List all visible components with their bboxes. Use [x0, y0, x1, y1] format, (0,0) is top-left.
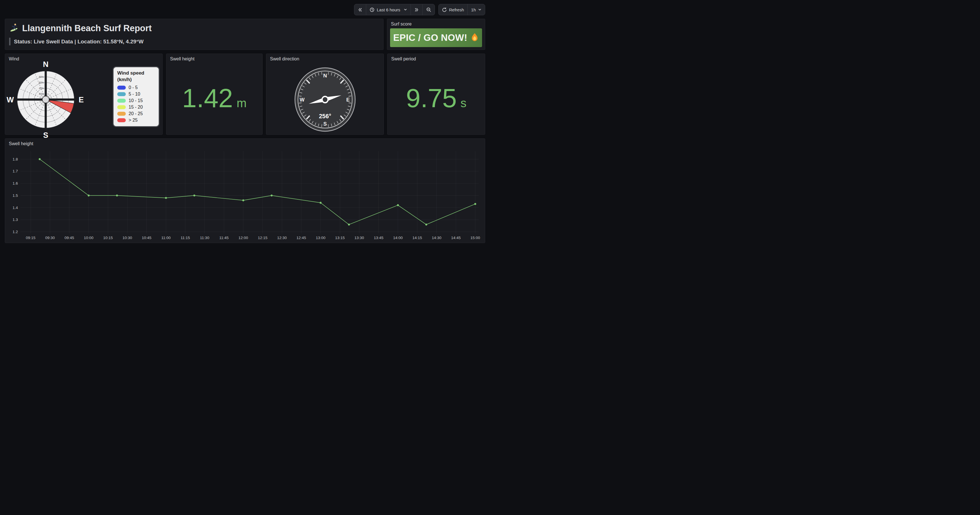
legend-swatch	[117, 105, 126, 109]
surf-score-value: EPIC / GO NOW!	[393, 32, 467, 43]
data-point	[425, 223, 427, 225]
data-point	[397, 204, 399, 206]
x-axis-tick: 10:00	[84, 236, 94, 240]
dashboard-toolbar: Last 6 hours Refresh	[5, 4, 485, 15]
x-axis-tick: 13:15	[335, 236, 345, 240]
double-chevron-left-icon	[358, 7, 363, 12]
legend-item-2[interactable]: 10 - 15	[117, 98, 155, 103]
refresh-label: Refresh	[449, 7, 464, 12]
legend-label: 20 - 25	[129, 111, 143, 116]
surfer-emoji-icon	[9, 22, 19, 34]
swell-period-value: 9.75	[406, 85, 457, 111]
legend-item-0[interactable]: 0 - 5	[117, 85, 155, 90]
x-axis-tick: 10:15	[103, 236, 113, 240]
swell-height-line	[40, 159, 475, 225]
time-picker-group: Last 6 hours	[354, 4, 435, 15]
swell-direction-value: 256°	[319, 113, 331, 120]
row-chart: Swell height 1.21.31.41.51.61.71.809:150…	[5, 138, 485, 243]
y-axis-tick: 1.2	[13, 230, 18, 234]
x-axis-tick: 11:00	[161, 236, 170, 240]
swell-period-stat: 9.75 s	[388, 62, 485, 135]
x-axis-tick: 09:15	[26, 236, 35, 240]
surf-score-panel: Surf score EPIC / GO NOW!	[387, 19, 485, 50]
legend-item-4[interactable]: 20 - 25	[117, 111, 155, 116]
wind-legend-title: Wind speed (km/h)	[117, 70, 155, 83]
y-axis-tick: 1.4	[13, 206, 18, 210]
data-point	[242, 200, 245, 201]
time-range-picker-button[interactable]: Last 6 hours	[366, 4, 410, 15]
swell-height-chart-panel: Swell height 1.21.31.41.51.61.71.809:150…	[5, 138, 485, 243]
refresh-button[interactable]: Refresh	[439, 4, 468, 15]
surf-score-banner: EPIC / GO NOW!	[390, 29, 482, 47]
y-axis-tick: 1.3	[13, 217, 18, 222]
data-point	[348, 223, 350, 225]
legend-swatch	[117, 112, 126, 116]
status-text: Status: Live Swell Data | Location: 51.5…	[14, 38, 144, 45]
y-axis-tick: 1.5	[13, 193, 18, 198]
panel-title-swell-height[interactable]: Swell height	[166, 54, 262, 62]
data-point	[116, 195, 118, 196]
zoom-out-icon	[426, 7, 431, 12]
data-point	[270, 195, 272, 196]
chevron-down-icon	[404, 8, 407, 11]
legend-label: > 25	[129, 118, 138, 123]
x-axis-tick: 11:45	[219, 236, 229, 240]
refresh-group: Refresh 1h	[438, 4, 485, 15]
rose-label-north: N	[43, 60, 49, 69]
time-zoom-out-button[interactable]	[422, 4, 434, 15]
compass-label-south: S	[323, 120, 327, 127]
legend-label: 15 - 20	[129, 105, 143, 110]
status-line: Status: Live Swell Data | Location: 51.5…	[9, 38, 383, 45]
refresh-icon	[442, 7, 447, 12]
chevron-down-icon	[478, 8, 482, 11]
x-axis-tick: 10:45	[142, 236, 151, 240]
rose-ring-label: 80%	[39, 75, 44, 78]
x-axis-tick: 11:15	[181, 236, 190, 240]
swell-period-unit: s	[460, 97, 466, 110]
x-axis-tick: 09:45	[64, 236, 74, 240]
wind-panel: Wind 20% 40% 60% 80% N E S W Wind speed …	[5, 54, 163, 135]
time-shift-back-button[interactable]	[354, 4, 366, 15]
time-shift-forward-button[interactable]	[410, 4, 422, 15]
x-axis-tick: 14:15	[412, 236, 422, 240]
double-chevron-right-icon	[414, 7, 419, 12]
data-point	[193, 195, 195, 196]
legend-label: 5 - 10	[129, 92, 140, 97]
panel-title-swell-direction[interactable]: Swell direction	[266, 54, 383, 62]
swell-direction-compass: N E S W 256°	[293, 66, 357, 133]
panel-title-swell-period[interactable]: Swell period	[388, 54, 485, 62]
x-axis-tick: 12:30	[277, 236, 287, 240]
clock-icon	[370, 7, 374, 12]
legend-swatch	[117, 86, 126, 90]
report-header-panel: Llangennith Beach Surf Report Status: Li…	[5, 19, 383, 50]
x-axis-tick: 13:30	[355, 236, 364, 240]
compass-label-east: E	[346, 97, 350, 103]
panel-title-surf-score[interactable]: Surf score	[387, 19, 485, 27]
swell-height-time-series[interactable]: 1.21.31.41.51.61.71.809:1509:3009:4510:0…	[7, 147, 483, 242]
x-axis-tick: 10:30	[123, 236, 132, 240]
x-axis-tick: 11:30	[200, 236, 209, 240]
wind-legend: Wind speed (km/h) 0 - 55 - 1010 - 1515 -…	[113, 67, 159, 127]
legend-swatch	[117, 99, 126, 103]
x-axis-tick: 09:30	[45, 236, 55, 240]
x-axis-tick: 13:45	[374, 236, 383, 240]
x-axis-tick: 14:45	[451, 236, 461, 240]
panel-title-swell-height-chart[interactable]: Swell height	[5, 139, 485, 146]
rose-ring-label: 60%	[39, 81, 44, 84]
legend-label: 10 - 15	[129, 98, 143, 103]
page-title-text: Llangennith Beach Surf Report	[22, 24, 151, 33]
time-range-label: Last 6 hours	[377, 7, 400, 12]
blockquote-bar	[9, 38, 11, 45]
legend-item-5[interactable]: > 25	[117, 118, 155, 123]
rose-label-east: E	[79, 95, 84, 104]
legend-item-1[interactable]: 5 - 10	[117, 92, 155, 97]
refresh-interval-button[interactable]: 1h	[467, 4, 485, 15]
x-axis-tick: 14:30	[432, 236, 441, 240]
legend-item-3[interactable]: 15 - 20	[117, 105, 155, 110]
x-axis-tick: 12:15	[258, 236, 267, 240]
fire-emoji-icon	[471, 32, 479, 43]
y-axis-tick: 1.7	[13, 169, 18, 173]
page-title: Llangennith Beach Surf Report	[9, 22, 383, 34]
rose-label-west: W	[6, 95, 14, 104]
swell-period-stat-panel: Swell period 9.75 s	[387, 54, 485, 135]
